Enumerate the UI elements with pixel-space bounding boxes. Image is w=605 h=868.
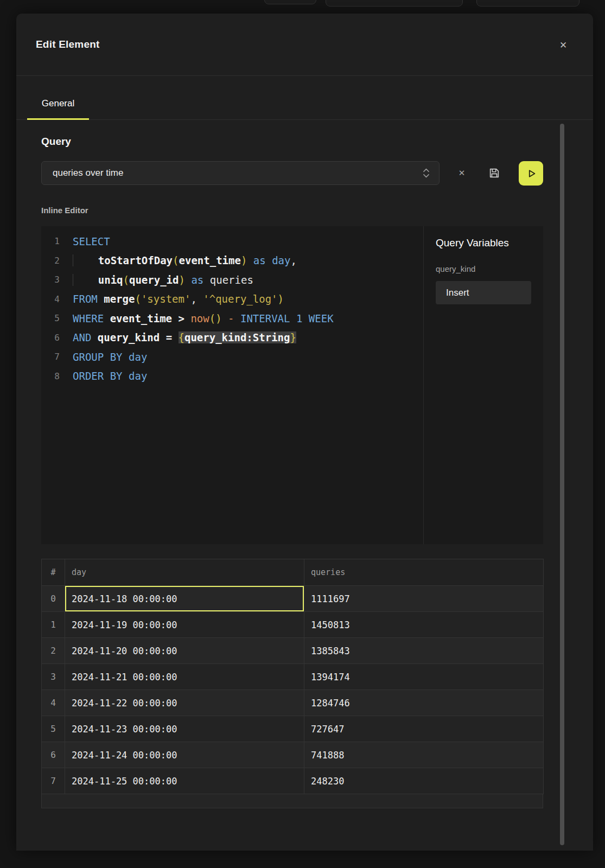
cell-day[interactable]: 2024-11-18 00:00:00	[65, 586, 304, 612]
modal-title: Edit Element	[36, 39, 99, 50]
cell-queries[interactable]: 1450813	[304, 612, 544, 638]
cell-day[interactable]: 2024-11-19 00:00:00	[65, 612, 304, 638]
line-number: 8	[41, 371, 60, 381]
table-row: 42024-11-22 00:00:001284746	[42, 690, 544, 716]
results-section: # day queries 02024-11-18 00:00:00111169…	[41, 559, 543, 808]
code-text: WHERE event_time > now() - INTERVAL 1 WE…	[73, 312, 334, 324]
results-table: # day queries 02024-11-18 00:00:00111169…	[41, 559, 544, 794]
cell-queries[interactable]: 1394174	[304, 664, 544, 690]
cell-day[interactable]: 2024-11-25 00:00:00	[65, 768, 304, 794]
background-button-partial	[476, 0, 579, 7]
query-select[interactable]: queries over time	[41, 161, 440, 185]
cell-index: 6	[42, 742, 65, 768]
code-line: 7GROUP BY day	[41, 347, 423, 367]
code-text: toStartOfDay(event_time) as day,	[73, 254, 297, 266]
table-row: 52024-11-23 00:00:00727647	[42, 716, 544, 742]
run-query-button[interactable]	[519, 161, 543, 186]
code-text: FROM merge('system', '^query_log')	[73, 293, 284, 305]
cell-day[interactable]: 2024-11-23 00:00:00	[65, 716, 304, 742]
code-line: 4FROM merge('system', '^query_log')	[41, 290, 423, 309]
tab-general[interactable]: General	[27, 89, 89, 120]
cell-queries[interactable]: 1385843	[304, 638, 544, 664]
page-background: Edit Element ✕ General Query queries ove…	[0, 0, 605, 868]
table-header-row: # day queries	[42, 559, 544, 586]
cell-day[interactable]: 2024-11-20 00:00:00	[65, 638, 304, 664]
line-number: 6	[41, 333, 60, 343]
code-text: SELECT	[73, 235, 110, 247]
cell-queries[interactable]: 248230	[304, 768, 544, 794]
cell-index: 5	[42, 716, 65, 742]
table-row: 32024-11-21 00:00:001394174	[42, 664, 544, 690]
partial-table-row	[41, 794, 543, 808]
table-row: 02024-11-18 00:00:001111697	[42, 586, 544, 612]
cell-queries[interactable]: 741888	[304, 742, 544, 768]
sql-editor: 1SELECT2 toStartOfDay(event_time) as day…	[41, 226, 543, 544]
line-number: 7	[41, 352, 60, 362]
query-variables-panel: Query Variables query_kind Insert	[423, 226, 543, 544]
code-text: GROUP BY day	[73, 351, 147, 363]
cell-index: 1	[42, 612, 65, 638]
save-icon	[488, 167, 500, 179]
code-line: 2 toStartOfDay(event_time) as day,	[41, 251, 423, 271]
edit-element-modal: Edit Element ✕ General Query queries ove…	[16, 14, 593, 851]
table-row: 72024-11-25 00:00:00248230	[42, 768, 544, 794]
chevron-updown-icon	[422, 167, 430, 179]
code-line: 8ORDER BY day	[41, 367, 423, 386]
line-number: 3	[41, 275, 60, 285]
query-section-heading: Query	[41, 136, 71, 148]
code-area[interactable]: 1SELECT2 toStartOfDay(event_time) as day…	[41, 226, 423, 544]
cell-index: 2	[42, 638, 65, 664]
cell-queries[interactable]: 1111697	[304, 586, 544, 612]
cell-day[interactable]: 2024-11-22 00:00:00	[65, 690, 304, 716]
table-row: 12024-11-19 00:00:001450813	[42, 612, 544, 638]
background-button-partial	[264, 0, 316, 4]
background-input-partial	[326, 0, 463, 7]
close-button[interactable]: ✕	[554, 36, 572, 55]
modal-scrollbar[interactable]	[560, 124, 564, 845]
col-header-queries: queries	[304, 559, 544, 586]
line-number: 4	[41, 294, 60, 304]
col-header-day: day	[65, 559, 304, 586]
code-line: 1SELECT	[41, 232, 423, 251]
save-query-button[interactable]	[483, 163, 505, 184]
modal-header: Edit Element ✕	[16, 14, 593, 76]
line-number: 5	[41, 313, 60, 323]
cell-index: 4	[42, 690, 65, 716]
table-row: 62024-11-24 00:00:00741888	[42, 742, 544, 768]
query-variables-heading: Query Variables	[436, 237, 531, 249]
clear-query-button[interactable]: ✕	[453, 165, 470, 181]
line-number: 2	[41, 256, 60, 266]
table-row: 22024-11-20 00:00:001385843	[42, 638, 544, 664]
cell-day[interactable]: 2024-11-24 00:00:00	[65, 742, 304, 768]
tab-bar: General	[16, 76, 593, 120]
variable-name-label: query_kind	[436, 264, 531, 273]
query-select-value: queries over time	[53, 168, 422, 178]
code-line: 3 uniq(query_id) as queries	[41, 270, 423, 290]
code-line: 5WHERE event_time > now() - INTERVAL 1 W…	[41, 309, 423, 328]
code-text: uniq(query_id) as queries	[73, 274, 253, 286]
cell-day[interactable]: 2024-11-21 00:00:00	[65, 664, 304, 690]
cell-index: 7	[42, 768, 65, 794]
code-text: ORDER BY day	[73, 370, 147, 382]
insert-variable-button[interactable]: Insert	[436, 281, 531, 304]
cell-index: 0	[42, 586, 65, 612]
line-number: 1	[41, 236, 60, 246]
play-icon	[525, 168, 537, 180]
cell-queries[interactable]: 1284746	[304, 690, 544, 716]
cell-index: 3	[42, 664, 65, 690]
col-header-index: #	[42, 559, 65, 586]
cell-queries[interactable]: 727647	[304, 716, 544, 742]
inline-editor-label: Inline Editor	[41, 206, 88, 215]
code-text: AND query_kind = {query_kind:String}	[73, 331, 296, 343]
code-line: 6AND query_kind = {query_kind:String}	[41, 328, 423, 348]
